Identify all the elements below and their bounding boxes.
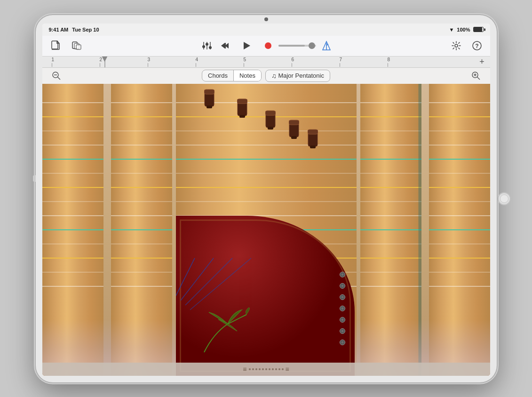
scroll-dot-6	[265, 368, 267, 370]
add-track-button[interactable]: +	[478, 57, 486, 66]
svg-rect-74	[204, 89, 214, 94]
ruler-mark-5: 5	[244, 57, 246, 67]
battery-icon	[473, 27, 484, 32]
metronome-button[interactable]	[319, 38, 334, 53]
transport-controls	[217, 38, 276, 53]
scroll-dot-5	[262, 368, 264, 370]
svg-line-90	[185, 258, 232, 305]
svg-point-18	[455, 44, 458, 47]
notes-tab[interactable]: Notes	[234, 70, 261, 81]
svg-point-8	[206, 43, 208, 46]
scale-label: Major Pentatonic	[278, 72, 324, 79]
capo-4[interactable]	[289, 119, 299, 141]
instrument-topbar: Chords Notes ♫ Major Pentatonic	[42, 68, 490, 84]
toolbar-left	[48, 38, 85, 53]
help-button[interactable]: ?	[469, 38, 484, 53]
home-button-inner	[500, 194, 508, 203]
scroll-dot-11	[282, 368, 284, 370]
svg-point-7	[202, 45, 205, 48]
doc-button[interactable]	[48, 38, 63, 53]
svg-rect-84	[291, 136, 297, 139]
svg-rect-83	[289, 120, 299, 125]
status-right: ▼ 100%	[449, 27, 483, 32]
svg-rect-77	[237, 99, 247, 104]
chord-notes-tabs: Chords Notes	[202, 70, 262, 81]
ipad-top-bar	[36, 15, 497, 24]
scroll-dot-4	[259, 368, 261, 370]
zoom-in-button[interactable]	[469, 69, 483, 82]
ruler-mark-7: 7	[340, 57, 342, 67]
scale-selector[interactable]: ♫ Major Pentatonic	[265, 70, 330, 82]
scroll-dot-3	[255, 368, 257, 370]
camera	[264, 17, 268, 21]
capo-3[interactable]	[265, 110, 276, 131]
timeline-ruler: 1 2 3 4 5	[42, 57, 490, 68]
ruler-mark-6: 6	[292, 57, 294, 67]
scroll-dot-2	[252, 368, 254, 370]
toolbar-center-group	[199, 38, 334, 53]
home-button[interactable]	[498, 192, 511, 205]
svg-rect-75	[206, 105, 212, 108]
rewind-button[interactable]	[217, 38, 232, 53]
ruler-marks: 1 2 3 4 5	[47, 57, 490, 67]
string-panel-center[interactable]	[176, 84, 357, 376]
ipad-screen: 9:41 AM Tue Sep 10 ▼ 100%	[42, 24, 490, 376]
date-display: Tue Sep 10	[72, 27, 99, 32]
svg-rect-87	[310, 146, 316, 148]
scroll-dot-8	[272, 368, 274, 370]
play-button[interactable]	[239, 38, 254, 53]
toolbar: ?	[42, 36, 490, 57]
tempo-slider[interactable]	[278, 45, 316, 47]
ruler-mark-1: 1	[52, 57, 55, 67]
svg-rect-81	[268, 127, 273, 130]
svg-point-14	[265, 42, 271, 49]
mixer-button[interactable]	[199, 38, 214, 53]
svg-line-25	[477, 77, 480, 80]
svg-text:?: ?	[475, 43, 478, 49]
side-button[interactable]	[33, 175, 36, 182]
time-display: 9:41 AM	[49, 27, 69, 32]
capo-1[interactable]	[204, 89, 214, 110]
svg-line-91	[190, 258, 251, 310]
scroll-handle-left[interactable]: ≡	[243, 365, 246, 373]
chords-tab[interactable]: Chords	[202, 70, 234, 81]
svg-line-22	[57, 77, 60, 80]
status-bar: 9:41 AM Tue Sep 10 ▼ 100%	[42, 24, 490, 36]
scroll-dots	[249, 368, 284, 370]
svg-marker-10	[221, 43, 225, 49]
record-button[interactable]	[261, 38, 276, 53]
battery-fill	[474, 27, 482, 32]
tempo-knob[interactable]	[309, 42, 315, 49]
svg-rect-80	[265, 111, 276, 115]
battery-percent: 100%	[457, 27, 470, 32]
toolbar-right: ?	[449, 38, 484, 53]
instrument-view[interactable]: ≡ ≡	[42, 84, 490, 376]
ruler-mark-3: 3	[148, 57, 151, 67]
scroll-dot-10	[278, 368, 280, 370]
scroll-dot-1	[249, 368, 251, 370]
capo-2[interactable]	[237, 98, 247, 120]
ipad-frame: 9:41 AM Tue Sep 10 ▼ 100%	[36, 15, 497, 382]
zoom-out-button[interactable]	[50, 69, 63, 82]
bridge-strings	[176, 244, 355, 376]
scroll-handle-right[interactable]: ≡	[286, 365, 289, 373]
status-left: 9:41 AM Tue Sep 10	[49, 27, 99, 32]
svg-point-9	[209, 46, 212, 49]
settings-button[interactable]	[449, 38, 464, 53]
ruler-mark-8: 8	[388, 57, 390, 67]
layers-button[interactable]	[70, 38, 85, 53]
ruler-mark-4: 4	[196, 57, 199, 67]
svg-line-88	[176, 258, 195, 296]
svg-rect-86	[308, 130, 318, 134]
svg-rect-78	[239, 115, 245, 118]
ruler-mark-2: 2	[100, 57, 103, 67]
scroll-dot-9	[275, 368, 277, 370]
capo-5[interactable]	[308, 129, 318, 150]
main-content: Chords Notes ♫ Major Pentatonic	[42, 68, 490, 376]
scroll-dot-7	[269, 368, 270, 370]
wifi-icon: ▼	[449, 27, 454, 32]
svg-rect-3	[76, 45, 81, 49]
svg-marker-13	[244, 42, 250, 49]
bottom-controls: ≡ ≡	[42, 363, 490, 376]
playhead	[104, 57, 105, 67]
